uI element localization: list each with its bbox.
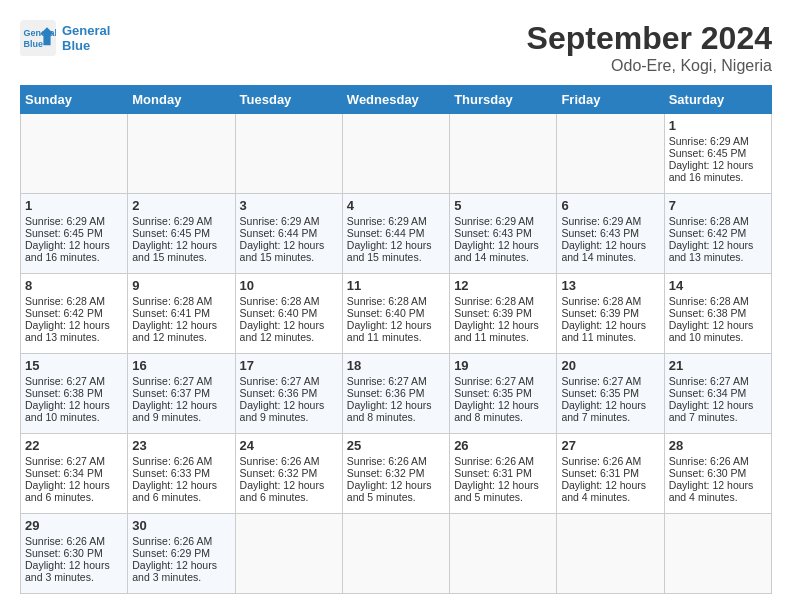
sunrise-text: Sunrise: 6:26 AM <box>561 455 659 467</box>
daylight-text: Daylight: 12 hours and 14 minutes. <box>561 239 659 263</box>
calendar-week-3: 8Sunrise: 6:28 AMSunset: 6:42 PMDaylight… <box>21 274 772 354</box>
daylight-text: Daylight: 12 hours and 9 minutes. <box>132 399 230 423</box>
calendar-cell: 1Sunrise: 6:29 AMSunset: 6:45 PMDaylight… <box>21 194 128 274</box>
header-sunday: Sunday <box>21 86 128 114</box>
daylight-text: Daylight: 12 hours and 3 minutes. <box>25 559 123 583</box>
daylight-text: Daylight: 12 hours and 12 minutes. <box>132 319 230 343</box>
daylight-text: Daylight: 12 hours and 11 minutes. <box>347 319 445 343</box>
calendar-cell: 15Sunrise: 6:27 AMSunset: 6:38 PMDayligh… <box>21 354 128 434</box>
logo-text: GeneralBlue <box>62 23 110 53</box>
day-number: 30 <box>132 518 230 533</box>
calendar-cell: 5Sunrise: 6:29 AMSunset: 6:43 PMDaylight… <box>450 194 557 274</box>
calendar-cell <box>557 114 664 194</box>
day-number: 23 <box>132 438 230 453</box>
calendar-table: SundayMondayTuesdayWednesdayThursdayFrid… <box>20 85 772 594</box>
daylight-text: Daylight: 12 hours and 12 minutes. <box>240 319 338 343</box>
header-wednesday: Wednesday <box>342 86 449 114</box>
page-header: General Blue GeneralBlue September 2024 … <box>20 20 772 75</box>
daylight-text: Daylight: 12 hours and 11 minutes. <box>454 319 552 343</box>
day-number: 4 <box>347 198 445 213</box>
sunrise-text: Sunrise: 6:27 AM <box>25 375 123 387</box>
sunset-text: Sunset: 6:45 PM <box>25 227 123 239</box>
sunset-text: Sunset: 6:33 PM <box>132 467 230 479</box>
calendar-cell: 13Sunrise: 6:28 AMSunset: 6:39 PMDayligh… <box>557 274 664 354</box>
day-number: 6 <box>561 198 659 213</box>
calendar-cell: 20Sunrise: 6:27 AMSunset: 6:35 PMDayligh… <box>557 354 664 434</box>
sunset-text: Sunset: 6:41 PM <box>132 307 230 319</box>
daylight-text: Daylight: 12 hours and 6 minutes. <box>25 479 123 503</box>
calendar-cell: 16Sunrise: 6:27 AMSunset: 6:37 PMDayligh… <box>128 354 235 434</box>
sunset-text: Sunset: 6:35 PM <box>561 387 659 399</box>
sunset-text: Sunset: 6:32 PM <box>347 467 445 479</box>
daylight-text: Daylight: 12 hours and 7 minutes. <box>669 399 767 423</box>
calendar-cell <box>342 514 449 594</box>
sunrise-text: Sunrise: 6:28 AM <box>454 295 552 307</box>
calendar-cell <box>342 114 449 194</box>
day-number: 26 <box>454 438 552 453</box>
day-number: 20 <box>561 358 659 373</box>
calendar-cell: 4Sunrise: 6:29 AMSunset: 6:44 PMDaylight… <box>342 194 449 274</box>
day-number: 29 <box>25 518 123 533</box>
sunset-text: Sunset: 6:43 PM <box>454 227 552 239</box>
day-number: 18 <box>347 358 445 373</box>
sunset-text: Sunset: 6:45 PM <box>132 227 230 239</box>
sunrise-text: Sunrise: 6:26 AM <box>240 455 338 467</box>
daylight-text: Daylight: 12 hours and 4 minutes. <box>669 479 767 503</box>
sunset-text: Sunset: 6:31 PM <box>454 467 552 479</box>
header-thursday: Thursday <box>450 86 557 114</box>
daylight-text: Daylight: 12 hours and 13 minutes. <box>669 239 767 263</box>
daylight-text: Daylight: 12 hours and 15 minutes. <box>132 239 230 263</box>
calendar-cell <box>128 114 235 194</box>
daylight-text: Daylight: 12 hours and 5 minutes. <box>347 479 445 503</box>
day-number: 15 <box>25 358 123 373</box>
calendar-cell: 2Sunrise: 6:29 AMSunset: 6:45 PMDaylight… <box>128 194 235 274</box>
calendar-cell: 21Sunrise: 6:27 AMSunset: 6:34 PMDayligh… <box>664 354 771 434</box>
sunrise-text: Sunrise: 6:29 AM <box>25 215 123 227</box>
calendar-cell: 24Sunrise: 6:26 AMSunset: 6:32 PMDayligh… <box>235 434 342 514</box>
sunrise-text: Sunrise: 6:29 AM <box>240 215 338 227</box>
calendar-cell: 7Sunrise: 6:28 AMSunset: 6:42 PMDaylight… <box>664 194 771 274</box>
calendar-cell: 18Sunrise: 6:27 AMSunset: 6:36 PMDayligh… <box>342 354 449 434</box>
sunset-text: Sunset: 6:34 PM <box>25 467 123 479</box>
svg-text:Blue: Blue <box>24 39 44 49</box>
calendar-week-6: 29Sunrise: 6:26 AMSunset: 6:30 PMDayligh… <box>21 514 772 594</box>
day-number: 16 <box>132 358 230 373</box>
sunrise-text: Sunrise: 6:28 AM <box>669 215 767 227</box>
day-number: 2 <box>132 198 230 213</box>
daylight-text: Daylight: 12 hours and 8 minutes. <box>347 399 445 423</box>
sunrise-text: Sunrise: 6:29 AM <box>347 215 445 227</box>
calendar-cell <box>235 514 342 594</box>
header-saturday: Saturday <box>664 86 771 114</box>
calendar-cell: 14Sunrise: 6:28 AMSunset: 6:38 PMDayligh… <box>664 274 771 354</box>
sunrise-text: Sunrise: 6:27 AM <box>669 375 767 387</box>
day-number: 21 <box>669 358 767 373</box>
day-number: 10 <box>240 278 338 293</box>
calendar-cell: 27Sunrise: 6:26 AMSunset: 6:31 PMDayligh… <box>557 434 664 514</box>
header-monday: Monday <box>128 86 235 114</box>
sunrise-text: Sunrise: 6:27 AM <box>132 375 230 387</box>
calendar-cell <box>21 114 128 194</box>
calendar-cell <box>450 514 557 594</box>
header-friday: Friday <box>557 86 664 114</box>
day-number: 11 <box>347 278 445 293</box>
sunset-text: Sunset: 6:31 PM <box>561 467 659 479</box>
daylight-text: Daylight: 12 hours and 3 minutes. <box>132 559 230 583</box>
sunrise-text: Sunrise: 6:26 AM <box>347 455 445 467</box>
calendar-cell: 28Sunrise: 6:26 AMSunset: 6:30 PMDayligh… <box>664 434 771 514</box>
location-title: Odo-Ere, Kogi, Nigeria <box>527 57 772 75</box>
sunset-text: Sunset: 6:30 PM <box>25 547 123 559</box>
calendar-cell: 3Sunrise: 6:29 AMSunset: 6:44 PMDaylight… <box>235 194 342 274</box>
sunset-text: Sunset: 6:37 PM <box>132 387 230 399</box>
sunset-text: Sunset: 6:44 PM <box>347 227 445 239</box>
day-number: 27 <box>561 438 659 453</box>
sunset-text: Sunset: 6:42 PM <box>25 307 123 319</box>
calendar-cell: 11Sunrise: 6:28 AMSunset: 6:40 PMDayligh… <box>342 274 449 354</box>
sunrise-text: Sunrise: 6:29 AM <box>132 215 230 227</box>
sunset-text: Sunset: 6:43 PM <box>561 227 659 239</box>
sunrise-text: Sunrise: 6:27 AM <box>347 375 445 387</box>
daylight-text: Daylight: 12 hours and 15 minutes. <box>240 239 338 263</box>
header-tuesday: Tuesday <box>235 86 342 114</box>
day-number: 12 <box>454 278 552 293</box>
calendar-cell: 22Sunrise: 6:27 AMSunset: 6:34 PMDayligh… <box>21 434 128 514</box>
day-number: 24 <box>240 438 338 453</box>
